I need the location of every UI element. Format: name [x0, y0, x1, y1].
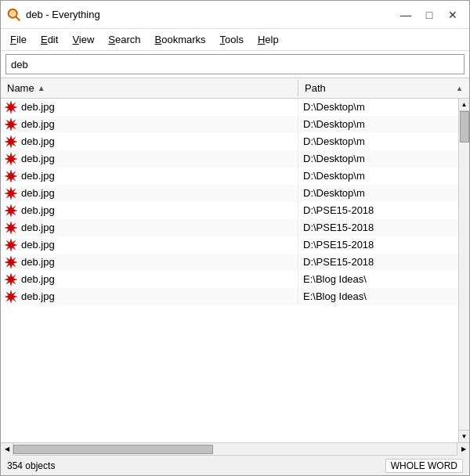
broken-image-icon — [4, 152, 18, 166]
file-name-cell: deb.jpg — [1, 99, 298, 116]
menu-bookmarks[interactable]: Bookmarks — [149, 31, 212, 48]
file-path-cell: D:\Desktop\m — [298, 99, 458, 114]
window-title: deb - Everything — [26, 9, 100, 20]
table-row[interactable]: deb.jpgD:\PSE15-2018 — [1, 236, 458, 254]
file-path-cell: D:\PSE15-2018 — [298, 237, 458, 252]
menu-view[interactable]: View — [66, 31, 100, 48]
broken-image-icon — [4, 100, 18, 114]
file-name-cell: deb.jpg — [1, 219, 298, 236]
file-name: deb.jpg — [21, 101, 55, 113]
file-path-cell: D:\Desktop\m — [298, 117, 458, 132]
svg-marker-8 — [5, 187, 17, 200]
status-bar: 354 objects WHOLE WORD — [1, 455, 469, 475]
column-name-header[interactable]: Name ▲ — [1, 80, 298, 96]
broken-image-icon — [4, 290, 18, 304]
broken-image-icon — [4, 255, 18, 269]
status-right: WHOLE WORD — [385, 459, 463, 473]
file-path-cell: D:\PSE15-2018 — [298, 220, 458, 235]
svg-marker-6 — [5, 153, 17, 165]
search-bar — [1, 51, 469, 78]
broken-image-icon — [4, 169, 18, 183]
search-input[interactable] — [5, 54, 465, 74]
table-row[interactable]: deb.jpgD:\Desktop\m — [1, 185, 458, 202]
file-name-cell: deb.jpg — [1, 202, 298, 219]
broken-image-icon — [4, 238, 18, 252]
menu-search[interactable]: Search — [102, 31, 146, 48]
column-header: Name ▲ Path ▲ — [1, 78, 469, 99]
file-name: deb.jpg — [21, 170, 55, 182]
broken-image-icon — [4, 117, 18, 132]
file-path-cell: D:\PSE15-2018 — [298, 254, 458, 269]
broken-image-icon — [4, 272, 18, 287]
table-row[interactable]: deb.jpgD:\PSE15-2018 — [1, 254, 458, 271]
file-path-cell: D:\Desktop\m — [298, 151, 458, 166]
vscroll-up-button[interactable]: ▲ — [459, 99, 470, 111]
table-row[interactable]: deb.jpgD:\PSE15-2018 — [1, 202, 458, 219]
column-path-header[interactable]: Path ▲ — [298, 80, 469, 96]
status-count: 354 objects — [7, 460, 55, 471]
menu-bar: File Edit View Search Bookmarks Tools He… — [1, 29, 469, 51]
file-name: deb.jpg — [21, 256, 55, 268]
table-row[interactable]: deb.jpgD:\Desktop\m — [1, 133, 458, 150]
svg-marker-10 — [5, 222, 17, 234]
svg-marker-5 — [5, 135, 17, 148]
svg-point-2 — [10, 10, 16, 16]
hscroll-left-button[interactable]: ◀ — [1, 443, 13, 456]
svg-marker-9 — [5, 204, 17, 217]
file-name-cell: deb.jpg — [1, 150, 298, 168]
table-row[interactable]: deb.jpgD:\Desktop\m — [1, 168, 458, 185]
svg-marker-13 — [5, 273, 17, 286]
hscroll-track — [13, 443, 457, 455]
file-name: deb.jpg — [21, 187, 55, 199]
file-name: deb.jpg — [21, 222, 55, 233]
table-row[interactable]: deb.jpgD:\Desktop\m — [1, 116, 458, 133]
app-window: deb - Everything — □ ✕ File Edit View Se… — [0, 0, 470, 476]
svg-marker-12 — [5, 256, 17, 269]
table-row[interactable]: deb.jpgE:\Blog Ideas\ — [1, 271, 458, 288]
menu-tools[interactable]: Tools — [214, 31, 250, 48]
file-name: deb.jpg — [21, 135, 55, 147]
broken-image-icon — [4, 186, 18, 200]
app-icon — [7, 8, 21, 22]
file-name-cell: deb.jpg — [1, 133, 298, 150]
file-name-cell: deb.jpg — [1, 254, 298, 271]
vscroll-top-arrow[interactable]: ▲ — [456, 85, 463, 92]
file-path-cell: D:\Desktop\m — [298, 186, 458, 200]
hscroll-container: ◀ ▶ — [1, 442, 469, 455]
table-row[interactable]: deb.jpgD:\PSE15-2018 — [1, 219, 458, 236]
file-name-cell: deb.jpg — [1, 236, 298, 254]
vscroll-down-button[interactable]: ▼ — [459, 430, 470, 442]
maximize-button[interactable]: □ — [419, 6, 439, 23]
svg-marker-14 — [5, 290, 17, 303]
hscroll-right-button[interactable]: ▶ — [457, 443, 469, 456]
close-button[interactable]: ✕ — [443, 6, 463, 23]
menu-help[interactable]: Help — [251, 31, 285, 48]
file-name: deb.jpg — [21, 290, 55, 302]
table-row[interactable]: deb.jpgE:\Blog Ideas\ — [1, 288, 458, 305]
file-path-cell: D:\PSE15-2018 — [298, 203, 458, 218]
file-name: deb.jpg — [21, 273, 55, 285]
table-row[interactable]: deb.jpgD:\Desktop\m — [1, 150, 458, 168]
file-list[interactable]: deb.jpgD:\Desktop\m deb.jpgD:\Desktop\m … — [1, 99, 458, 442]
vscroll-thumb[interactable] — [460, 111, 469, 142]
file-path-cell: E:\Blog Ideas\ — [298, 272, 458, 287]
title-bar-left: deb - Everything — [7, 8, 100, 22]
broken-image-icon — [4, 135, 18, 149]
menu-file[interactable]: File — [4, 31, 33, 48]
svg-marker-11 — [5, 239, 17, 251]
file-name-cell: deb.jpg — [1, 116, 298, 133]
hscroll-thumb[interactable] — [13, 445, 213, 454]
svg-marker-3 — [5, 101, 17, 114]
file-name-cell: deb.jpg — [1, 271, 298, 288]
file-name: deb.jpg — [21, 204, 55, 216]
file-name-cell: deb.jpg — [1, 185, 298, 202]
minimize-button[interactable]: — — [396, 6, 416, 23]
broken-image-icon — [4, 221, 18, 235]
menu-edit[interactable]: Edit — [34, 31, 64, 48]
file-path-cell: E:\Blog Ideas\ — [298, 289, 458, 304]
file-name: deb.jpg — [21, 153, 55, 164]
file-name-cell: deb.jpg — [1, 168, 298, 185]
svg-marker-7 — [5, 170, 17, 182]
list-container: deb.jpgD:\Desktop\m deb.jpgD:\Desktop\m … — [1, 99, 469, 442]
table-row[interactable]: deb.jpgD:\Desktop\m — [1, 99, 458, 116]
